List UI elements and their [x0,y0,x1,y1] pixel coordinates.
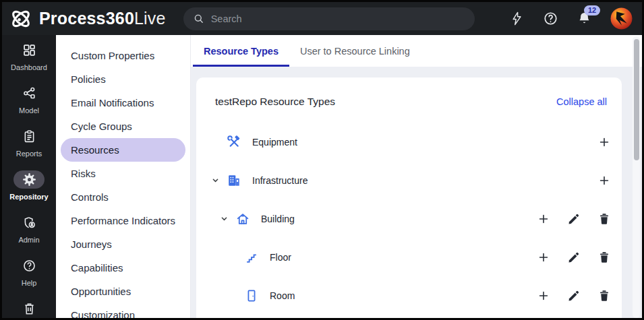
add-button[interactable] [534,286,553,305]
row-actions [595,171,614,190]
repository-menu: Custom Properties Policies Email Notific… [56,35,191,318]
equipment-icon [227,135,241,150]
primary-nav: Dashboard Model Reports Repository Admin… [2,35,56,318]
menu-item-label: Opportunities [71,286,131,297]
menu-item-label: Capabilities [71,262,123,274]
app-body: Dashboard Model Reports Repository Admin… [2,35,642,318]
edit-button[interactable] [564,248,583,267]
floor-icon [244,250,259,265]
nav-item-dashboard[interactable]: Dashboard [2,41,56,84]
trash-icon [22,300,36,317]
menu-item-label: Cycle Groups [71,121,132,132]
collapse-all-link[interactable]: Collapse all [556,96,607,107]
user-avatar[interactable] [610,7,633,30]
lightning-icon [509,11,525,26]
building-icon [235,212,250,226]
tab-label: User to Resource Linking [300,46,410,57]
content-canvas: testRepo Resource Types Collapse all Equ… [191,67,642,318]
menu-item-label: Policies [71,73,106,85]
resource-type-row-floor[interactable]: Floor [196,238,622,276]
notification-badge: 12 [584,5,600,15]
menu-item-label: Customization [71,309,135,320]
row-actions [595,133,614,152]
row-actions [534,210,614,228]
panel-header: testRepo Resource Types Collapse all [196,77,622,123]
menu-item-risks[interactable]: Risks [61,162,185,185]
model-icon [13,84,45,102]
resource-type-label: Floor [270,252,291,263]
nav-item-label: Repository [9,193,48,201]
nav-item-model[interactable]: Model [2,84,56,127]
menu-item-label: Journeys [71,238,112,250]
menu-item-custom-properties[interactable]: Custom Properties [61,44,185,67]
quick-actions-button[interactable] [509,11,525,26]
dashboard-icon [13,41,45,59]
resource-type-label: Room [270,290,295,301]
menu-item-resources[interactable]: Resources [61,138,185,162]
menu-item-label: Risks [71,168,96,179]
delete-button[interactable] [595,286,614,305]
add-button[interactable] [534,248,553,267]
menu-item-journeys[interactable]: Journeys [61,232,185,256]
expander-slot[interactable] [225,252,241,262]
notifications-button[interactable]: 12 [577,11,592,26]
app-logo-icon [9,7,33,31]
add-button[interactable] [534,210,553,228]
resource-type-row-infrastructure[interactable]: Infrastructure [196,161,622,199]
add-button[interactable] [595,171,614,190]
delete-button[interactable] [595,210,614,228]
resource-type-row-equipment[interactable]: Equipment [196,123,622,161]
menu-item-email-notifications[interactable]: Email Notifications [61,91,185,115]
chevron-down-icon[interactable] [207,175,223,185]
nav-item-label: Model [19,106,39,115]
chevron-down-icon[interactable] [216,214,232,224]
nav-item-label: Reports [16,150,42,158]
search-icon [193,13,204,24]
tab-resource-types[interactable]: Resource Types [193,35,289,67]
nav-item-help[interactable]: Help [2,257,56,300]
nav-item-repository[interactable]: Repository [2,170,56,214]
expander-slot[interactable] [207,137,223,147]
search-bar[interactable] [183,7,475,30]
main-content: Resource Types User to Resource Linking … [191,35,642,318]
menu-item-opportunities[interactable]: Opportunities [61,280,185,303]
nav-item-reports[interactable]: Reports [2,127,56,170]
menu-item-label: Email Notifications [71,97,154,108]
add-button[interactable] [595,133,614,152]
menu-item-label: Controls [71,191,109,203]
delete-button[interactable] [595,248,614,267]
menu-item-performance-indicators[interactable]: Performance Indicators [61,209,185,232]
top-bar: Process360Live [2,2,642,35]
resource-type-row-room[interactable]: Room [196,276,622,315]
resource-type-label: Building [261,214,295,224]
search-input[interactable] [211,13,465,24]
resource-type-tree: Equipment Infrastructure Building [196,123,622,315]
resource-type-label: Equipment [252,137,297,148]
help-button[interactable] [543,11,558,26]
menu-item-policies[interactable]: Policies [61,67,185,91]
menu-item-customization[interactable]: Customization [61,303,185,320]
tab-user-to-resource-linking[interactable]: User to Resource Linking [289,35,421,67]
expander-slot[interactable] [225,290,241,300]
menu-item-controls[interactable]: Controls [61,185,185,209]
nav-item-label: Admin [18,236,39,244]
trash-nav-button[interactable] [22,300,36,317]
scrollbar[interactable] [633,36,640,318]
tab-bar: Resource Types User to Resource Linking [191,35,642,67]
nav-item-admin[interactable]: Admin [2,214,56,257]
scrollbar-thumb[interactable] [634,39,639,160]
menu-item-cycle-groups[interactable]: Cycle Groups [61,115,185,138]
nav-item-label: Dashboard [11,63,47,71]
edit-button[interactable] [564,286,583,305]
help-icon [13,257,45,275]
infrastructure-icon [227,173,241,188]
resource-type-row-building[interactable]: Building [196,199,622,238]
panel-title: testRepo Resource Types [215,96,335,108]
menu-item-capabilities[interactable]: Capabilities [61,256,185,280]
repository-icon [13,170,45,189]
brand: Process360Live [9,7,166,31]
resource-types-panel: testRepo Resource Types Collapse all Equ… [196,77,622,318]
menu-item-label: Resources [71,144,119,156]
nav-item-label: Help [22,279,37,287]
edit-button[interactable] [564,210,583,228]
